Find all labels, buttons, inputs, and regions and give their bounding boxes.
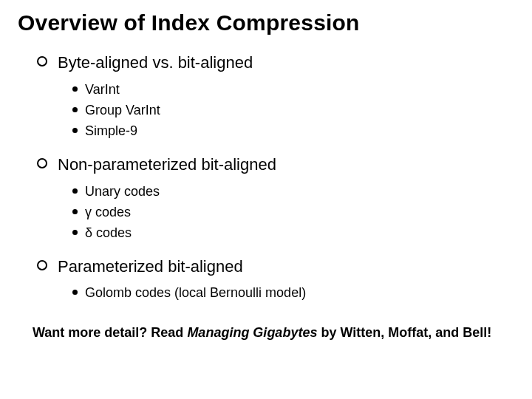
section-heading: Non-parameterized bit-aligned [58, 154, 276, 176]
dot-bullet-icon [72, 128, 78, 133]
page-title: Overview of Index Compression [18, 10, 514, 35]
list-item: VarInt [72, 81, 514, 98]
list-item: Group VarInt [72, 102, 514, 119]
dot-bullet-icon [72, 290, 78, 295]
section-1-items: VarInt Group VarInt Simple-9 [18, 81, 514, 140]
list-item: γ codes [72, 204, 514, 221]
section-heading: Byte-aligned vs. bit-aligned [58, 52, 253, 74]
section-3-items: Golomb codes (local Bernoulli model) [18, 284, 514, 301]
dot-bullet-icon [72, 107, 78, 112]
section-2: Non-parameterized bit-aligned [18, 154, 514, 176]
dot-bullet-icon [72, 230, 78, 235]
item-text: VarInt [85, 81, 120, 98]
ring-bullet-icon [37, 56, 47, 66]
list-item: Parameterized bit-aligned [37, 256, 514, 278]
section-1: Byte-aligned vs. bit-aligned [18, 52, 514, 74]
footer-suffix: by Witten, Moffat, and Bell! [317, 325, 491, 340]
list-item: Non-parameterized bit-aligned [37, 154, 514, 176]
dot-bullet-icon [72, 209, 78, 214]
list-item: Golomb codes (local Bernoulli model) [72, 284, 514, 301]
slide: Overview of Index Compression Byte-align… [0, 0, 532, 399]
item-text: Unary codes [85, 183, 160, 200]
footer-note: Want more detail? Read Managing Gigabyte… [33, 325, 514, 341]
list-item: Simple-9 [72, 123, 514, 140]
dot-bullet-icon [72, 188, 78, 194]
ring-bullet-icon [37, 260, 47, 270]
item-text: Simple-9 [85, 123, 137, 140]
footer-prefix: Want more detail? Read [33, 325, 187, 340]
item-text: γ codes [85, 204, 131, 221]
section-heading: Parameterized bit-aligned [58, 256, 243, 278]
ring-bullet-icon [37, 158, 47, 168]
item-text: Group VarInt [85, 102, 160, 119]
list-item: Byte-aligned vs. bit-aligned [37, 52, 514, 74]
list-item: Unary codes [72, 183, 514, 200]
item-text: δ codes [85, 225, 132, 242]
section-3: Parameterized bit-aligned [18, 256, 514, 278]
section-2-items: Unary codes γ codes δ codes [18, 183, 514, 242]
footer-book-title: Managing Gigabytes [187, 325, 317, 340]
dot-bullet-icon [72, 86, 78, 92]
list-item: δ codes [72, 225, 514, 242]
item-text: Golomb codes (local Bernoulli model) [85, 284, 306, 301]
